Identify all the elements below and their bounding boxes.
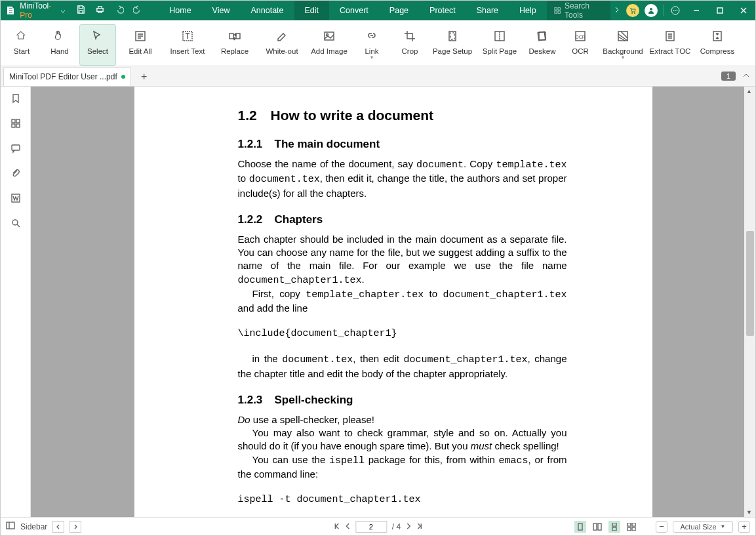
tool-insert-text[interactable]: Insert Text	[165, 24, 210, 66]
title-dropdown-icon[interactable]	[60, 7, 66, 14]
svg-rect-15	[229, 33, 233, 39]
tool-compress[interactable]: Compress	[694, 24, 740, 66]
quick-access-toolbar	[76, 5, 143, 16]
view-cont-facing-icon[interactable]	[626, 521, 637, 533]
menu-item-page[interactable]: Page	[379, 1, 419, 20]
menu-item-share[interactable]: Share	[466, 1, 509, 20]
bookmark-icon[interactable]	[10, 93, 21, 106]
scroll-thumb[interactable]	[746, 231, 754, 336]
menu-item-help[interactable]: Help	[509, 1, 547, 20]
tool-edit-all[interactable]: Edit All	[117, 24, 163, 66]
dropdown-icon: ▾	[622, 55, 624, 60]
svg-point-6	[634, 12, 635, 14]
svg-rect-44	[627, 527, 631, 531]
prev-page-button[interactable]	[345, 522, 350, 531]
tool-split-page[interactable]: Split Page	[477, 24, 523, 66]
ocr-icon: OCR	[574, 28, 587, 45]
status-bar: Sidebar / 4 − Actual Size▼ +	[1, 517, 755, 535]
edit-all-icon	[134, 28, 147, 45]
tool-background[interactable]: Background▾	[600, 24, 646, 66]
tool-page-setup[interactable]: Page Setup	[429, 24, 475, 66]
chevron-right-icon[interactable]	[610, 6, 624, 15]
scroll-down-icon[interactable]: ▼	[746, 509, 752, 516]
save-icon[interactable]	[76, 5, 86, 16]
svg-rect-33	[12, 145, 20, 150]
vertical-scrollbar[interactable]: ▲ ▼	[744, 87, 755, 517]
attachments-icon[interactable]	[10, 168, 21, 181]
tool-link[interactable]: Link▾	[353, 24, 390, 66]
tool-crop[interactable]: Crop	[391, 24, 428, 66]
heading-1-2-3: 1.2.3Spell-checking	[238, 394, 567, 407]
para: Choose the name of the document, say doc…	[238, 157, 567, 200]
compress-icon	[711, 28, 724, 45]
ribbon-toolbar: StartHandSelectEdit AllInsert TextReplac…	[1, 20, 755, 66]
user-button[interactable]	[643, 3, 659, 18]
nav-fwd-button[interactable]	[70, 521, 81, 533]
view-single-icon[interactable]	[574, 521, 586, 533]
document-tab[interactable]: MiniTool PDF Editor User ...pdf	[3, 67, 131, 86]
redo-icon[interactable]	[133, 5, 143, 16]
menu-item-home[interactable]: Home	[159, 1, 201, 20]
app-logo-icon	[5, 4, 16, 17]
tool-ocr[interactable]: OCROCR	[562, 24, 599, 66]
para: First, copy template_chapter.tex to docu…	[238, 287, 567, 316]
svg-rect-2	[558, 8, 560, 10]
tool-add-image[interactable]: Add Image	[306, 24, 352, 66]
svg-rect-12	[717, 8, 723, 13]
menu-item-view[interactable]: View	[202, 1, 241, 20]
maximize-button[interactable]	[708, 7, 732, 14]
svg-rect-40	[612, 523, 616, 526]
svg-rect-42	[627, 523, 631, 526]
heading-1-2-1: 1.2.1The main document	[238, 138, 567, 151]
para: Do use a spell-checker, please!	[238, 413, 567, 426]
chat-icon[interactable]	[667, 3, 683, 18]
minimize-button[interactable]	[685, 7, 708, 14]
tool-replace[interactable]: Replace	[212, 24, 258, 66]
document-tabs: MiniTool PDF Editor User ...pdf + 1	[1, 66, 755, 87]
add-tab-button[interactable]: +	[138, 70, 151, 83]
view-continuous-icon[interactable]	[608, 521, 620, 533]
document-viewport[interactable]: 1.2How to write a document 1.2.1The main…	[31, 87, 755, 517]
undo-icon[interactable]	[114, 5, 124, 16]
svg-point-5	[631, 12, 633, 14]
menu-item-protect[interactable]: Protect	[419, 1, 466, 20]
zoom-select[interactable]: Actual Size▼	[673, 521, 733, 533]
code-block: ispell -t document_chapter1.tex	[238, 494, 567, 505]
search-tools[interactable]: Search Tools	[547, 1, 610, 20]
word-icon[interactable]	[10, 193, 21, 206]
dropdown-icon: ▾	[370, 55, 373, 60]
svg-rect-31	[12, 124, 15, 127]
first-page-button[interactable]	[333, 522, 340, 531]
menu-item-edit[interactable]: Edit	[294, 1, 330, 20]
select-icon	[91, 28, 104, 45]
print-icon[interactable]	[95, 5, 105, 16]
next-page-button[interactable]	[406, 522, 411, 531]
thumbnails-icon[interactable]	[10, 118, 21, 131]
tool-start[interactable]: Start	[3, 24, 40, 66]
zoom-out-button[interactable]: −	[656, 521, 667, 533]
tool-hand[interactable]: Hand	[41, 24, 78, 66]
tool-white-out[interactable]: White-out	[259, 24, 305, 66]
tool-select[interactable]: Select	[79, 24, 116, 66]
svg-rect-4	[558, 11, 560, 13]
sidebar-toggle-icon[interactable]	[6, 521, 15, 532]
zoom-in-button[interactable]: +	[738, 521, 750, 533]
menu-item-convert[interactable]: Convert	[329, 1, 379, 20]
nav-back-button[interactable]	[52, 521, 64, 533]
page-number-input[interactable]	[355, 521, 387, 533]
search-icon[interactable]	[10, 218, 21, 231]
cart-button[interactable]	[625, 3, 641, 18]
tool-extract-toc[interactable]: Extract TOC	[647, 24, 693, 66]
svg-point-35	[12, 220, 18, 225]
last-page-button[interactable]	[416, 522, 423, 531]
deskew-icon	[536, 28, 549, 45]
tool-deskew[interactable]: Deskew	[524, 24, 561, 66]
scroll-up-icon[interactable]: ▲	[746, 88, 752, 94]
close-button[interactable]	[732, 7, 755, 14]
hand-icon	[53, 28, 66, 45]
comments-icon[interactable]	[10, 143, 21, 156]
menu-item-annotate[interactable]: Annotate	[240, 1, 294, 20]
collapse-up-icon[interactable]	[742, 70, 750, 82]
para: You can use the ispell package for this,…	[238, 453, 567, 482]
view-facing-icon[interactable]	[591, 521, 603, 533]
